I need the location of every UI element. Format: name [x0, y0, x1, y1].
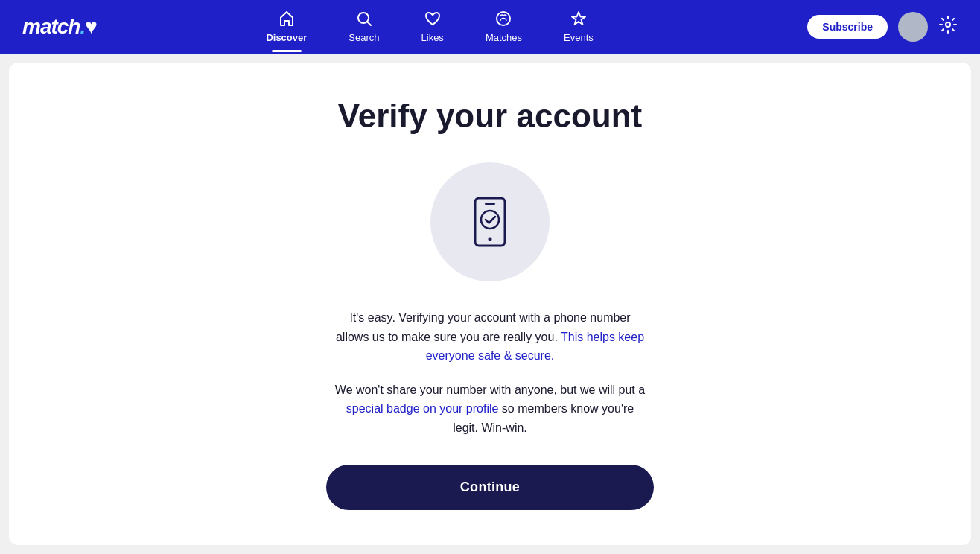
page-title: Verify your account [338, 98, 642, 136]
description-2: We won't share your number with anyone, … [334, 381, 646, 438]
phone-verification-icon [430, 162, 550, 281]
svg-point-7 [481, 211, 499, 229]
discover-label: Discover [266, 32, 307, 43]
content-box: Verify your account It's easy. Verifying… [304, 68, 676, 539]
continue-button[interactable]: Continue [326, 465, 654, 510]
svg-point-6 [489, 238, 492, 241]
matches-label: Matches [486, 32, 522, 43]
main-container: Verify your account It's easy. Verifying… [9, 63, 971, 545]
description-highlight: This helps keep everyone safe & secure. [426, 331, 644, 363]
subscribe-button[interactable]: Subscribe [807, 15, 888, 39]
logo-dot: . [80, 15, 85, 38]
search-icon [356, 10, 372, 29]
likes-label: Likes [421, 32, 444, 43]
settings-icon[interactable] [938, 15, 958, 39]
events-icon [570, 10, 587, 29]
avatar[interactable] [898, 12, 928, 42]
likes-icon [424, 10, 441, 29]
svg-point-3 [946, 22, 950, 27]
discover-icon [279, 10, 295, 29]
nav-item-discover[interactable]: Discover [245, 4, 328, 49]
nav-links: Discover Search Likes [141, 4, 718, 49]
brand-logo[interactable]: match.♥ [22, 15, 97, 39]
navbar: match.♥ Discover Search [0, 0, 980, 54]
svg-line-1 [367, 22, 371, 26]
events-label: Events [564, 32, 594, 43]
description-highlight-2: special badge on your profile [346, 402, 499, 415]
svg-rect-5 [485, 203, 495, 205]
nav-item-search[interactable]: Search [328, 4, 400, 49]
nav-item-likes[interactable]: Likes [401, 4, 465, 49]
nav-item-matches[interactable]: Matches [465, 4, 543, 49]
matches-icon [495, 10, 512, 29]
description-1: It's easy. Verifying your account with a… [334, 308, 646, 366]
nav-right: Subscribe [807, 12, 958, 42]
search-label: Search [349, 32, 379, 43]
nav-item-events[interactable]: Events [543, 4, 614, 49]
